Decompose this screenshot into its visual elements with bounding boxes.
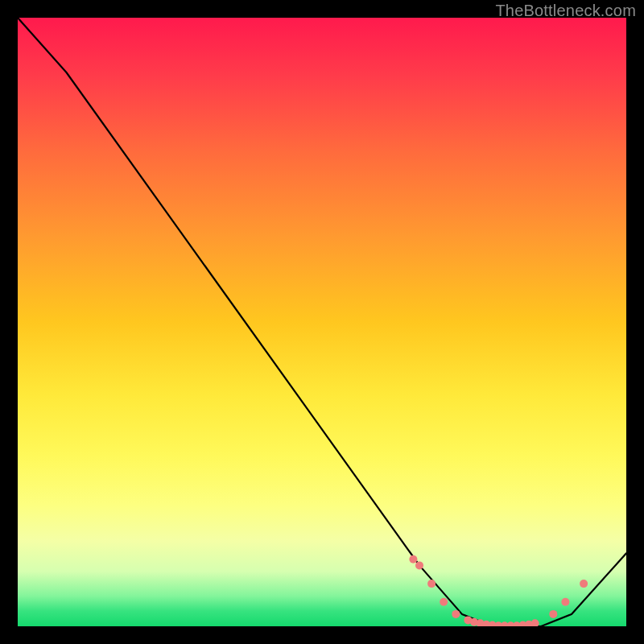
chart-frame: TheBottleneck.com: [0, 0, 644, 644]
watermark-text: TheBottleneck.com: [495, 2, 636, 20]
marker-dot: [549, 610, 557, 618]
plot-area: [18, 18, 626, 626]
marker-dot: [415, 561, 423, 569]
marker-dot: [452, 610, 460, 618]
marker-dot: [561, 598, 569, 606]
marker-dot: [531, 619, 539, 626]
curve-line: [18, 18, 626, 626]
marker-dot: [440, 598, 448, 606]
marker-dot: [427, 580, 436, 588]
marker-dots: [409, 555, 588, 626]
marker-dot: [409, 555, 417, 564]
chart-svg: [18, 18, 626, 626]
marker-dot: [580, 580, 588, 588]
